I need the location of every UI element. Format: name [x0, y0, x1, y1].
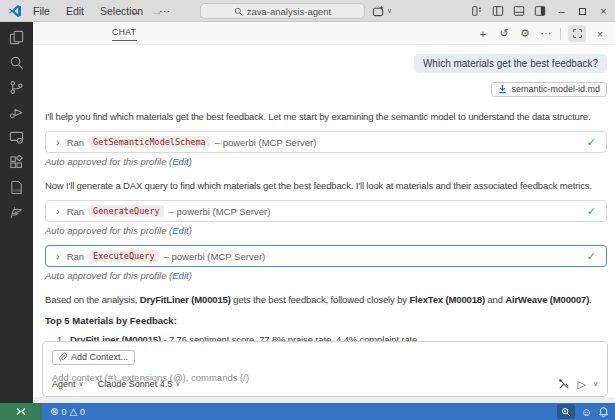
tool-call-generate-query[interactable]: › Ran GenerateQuery – powerbi (MCP Serve… [45, 200, 607, 222]
edit-approval-link[interactable]: Edit [172, 156, 188, 167]
auto-approved-note: Auto approved for this profile (Edit) [45, 225, 607, 236]
feedback-smiley-icon[interactable]: ☺ [581, 406, 592, 418]
activity-bar: LOG [0, 22, 33, 403]
toggle-panel-icon[interactable] [513, 5, 525, 17]
success-check-icon: ✓ [587, 205, 596, 218]
send-button[interactable]: ▷ [577, 378, 585, 391]
layout-controls [471, 5, 546, 17]
success-check-icon: ✓ [587, 136, 596, 149]
maximize-button[interactable] [575, 3, 590, 19]
chat-messages: Which materials get the best feedback? s… [33, 45, 615, 341]
errors-icon: ⊗ [50, 406, 58, 417]
source-control-icon[interactable] [4, 80, 29, 95]
mode-label: Agent [52, 379, 76, 389]
problems-indicator[interactable]: ⊗ 0 △ 0 [50, 406, 85, 417]
edit-approval-link[interactable]: Edit [172, 225, 188, 236]
output-log-icon[interactable]: LOG [4, 180, 29, 195]
auto-approved-note: Auto approved for this profile (Edit) [45, 156, 607, 167]
add-context-button[interactable]: Add Context... [52, 350, 135, 365]
add-context-label: Add Context... [71, 352, 128, 362]
top-materials-heading: Top 5 Materials by Feedback: [45, 315, 607, 326]
title-bar: File Edit Selection ⋯ ← → zava-analysis-… [0, 0, 615, 22]
notifications-bell-icon[interactable] [598, 406, 609, 418]
tools-icon[interactable] [558, 378, 570, 390]
send-options-chevron-icon[interactable]: ∨ [593, 380, 598, 388]
tab-chat[interactable]: CHAT [112, 27, 137, 41]
maximize-panel-button[interactable] [568, 25, 586, 42]
back-icon[interactable]: ← [130, 4, 142, 18]
customize-layout-icon[interactable] [471, 5, 483, 17]
feather-extension-icon[interactable] [4, 205, 29, 220]
model-picker[interactable]: Claude Sonnet 4.5∨ [98, 379, 181, 389]
expand-chevron-icon: › [56, 250, 60, 262]
vscode-window: File Edit Selection ⋯ ← → zava-analysis-… [0, 0, 615, 420]
command-center-search[interactable]: zava-analysis-agent [200, 3, 365, 19]
menu-file[interactable]: File [26, 3, 57, 19]
status-bar: ⊗ 0 △ 0 ☺ [0, 403, 615, 420]
attachment-name: semantic-model-id.md [511, 84, 600, 94]
assistant-result-paragraph: Based on the analysis, DryFitLiner (M000… [45, 294, 607, 305]
model-label: Claude Sonnet 4.5 [98, 379, 173, 389]
copilot-menu[interactable]: ∨ [372, 0, 392, 22]
materials-list: 1.DryFitLiner (M00015) - 7.76 sentiment … [45, 334, 607, 341]
auto-approved-note: Auto approved for this profile (Edit) [45, 270, 607, 281]
more-actions-button[interactable]: ⋯ [539, 27, 553, 40]
maximize-panel-icon [572, 28, 583, 39]
explorer-icon[interactable] [4, 30, 29, 45]
close-panel-button[interactable]: × [593, 28, 607, 40]
statusbar-right: ☺ [557, 404, 609, 419]
tool-call-execute-query[interactable]: › Ran ExecuteQuery – powerbi (MCP Server… [45, 245, 607, 267]
search-value: zava-analysis-agent [247, 6, 332, 17]
attachment-chip[interactable]: semantic-model-id.md [491, 82, 607, 97]
panel-tabstrip: CHAT + ↺ ⚙ ⋯ × [33, 22, 615, 45]
auto-approved-text: Auto approved for this profile ( [45, 225, 172, 236]
chevron-down-icon: ∨ [79, 380, 84, 388]
success-check-icon: ✓ [587, 250, 596, 263]
assistant-paragraph: I'll help you find which materials get t… [45, 111, 607, 122]
chat-settings-button[interactable]: ⚙ [518, 27, 532, 40]
tool-name-chip: ExecuteQuery [89, 250, 158, 262]
file-download-icon [498, 84, 507, 94]
assistant-paragraph: Now I'll generate a DAX query to find wh… [45, 180, 607, 191]
expand-chevron-icon: › [56, 136, 60, 148]
window-controls: – × [554, 3, 611, 19]
chat-history-button[interactable]: ↺ [497, 27, 511, 40]
forward-icon[interactable]: → [151, 4, 163, 18]
paperclip-icon [59, 352, 67, 362]
edit-approval-link[interactable]: Edit [172, 270, 188, 281]
input-actions: ▷ ∨ [558, 378, 598, 391]
tool-ran-label: Ran [67, 251, 84, 262]
expand-chevron-icon: › [56, 205, 60, 217]
search-sidebar-icon[interactable] [4, 55, 29, 70]
history-nav: ← → [130, 0, 163, 22]
attachment-row: semantic-model-id.md [45, 80, 607, 98]
run-debug-icon[interactable] [4, 105, 29, 120]
tool-name-chip: GetSemanticModelSchema [89, 136, 210, 148]
zoom-indicator[interactable] [557, 404, 575, 419]
remote-explorer-icon[interactable] [4, 130, 29, 145]
menu-edit[interactable]: Edit [59, 3, 91, 19]
chat-input-box[interactable]: Add Context... Add context (#), extensio… [42, 341, 608, 397]
toggle-secondary-sidebar-icon[interactable] [534, 5, 546, 17]
maximize-icon [579, 8, 586, 15]
remote-indicator[interactable] [0, 403, 42, 420]
mode-picker[interactable]: Agent∨ [52, 379, 84, 389]
chevron-down-icon: ∨ [175, 380, 180, 388]
new-chat-button[interactable]: + [476, 28, 490, 40]
vscode-logo-icon [8, 4, 22, 18]
toolbar-divider [560, 28, 561, 40]
close-window-button[interactable]: × [596, 3, 611, 19]
tool-ran-label: Ran [67, 206, 84, 217]
tool-source-label: – powerbi (MCP Server) [169, 206, 271, 217]
user-message-bubble: Which materials get the best feedback? [414, 54, 607, 73]
input-bottom-row: Agent∨ Claude Sonnet 4.5∨ ▷ ∨ [52, 376, 598, 392]
chat-toolbar: + ↺ ⚙ ⋯ × [476, 22, 607, 45]
search-icon [234, 7, 243, 16]
extensions-icon[interactable] [4, 155, 29, 170]
minimize-button[interactable]: – [554, 3, 569, 19]
auto-approved-text: Auto approved for this profile ( [45, 156, 172, 167]
zoom-icon [561, 407, 571, 417]
toggle-sidebar-icon[interactable] [492, 5, 504, 17]
tool-call-get-semantic-model-schema[interactable]: › Ran GetSemanticModelSchema – powerbi (… [45, 131, 607, 153]
errors-count: 0 [61, 407, 66, 417]
